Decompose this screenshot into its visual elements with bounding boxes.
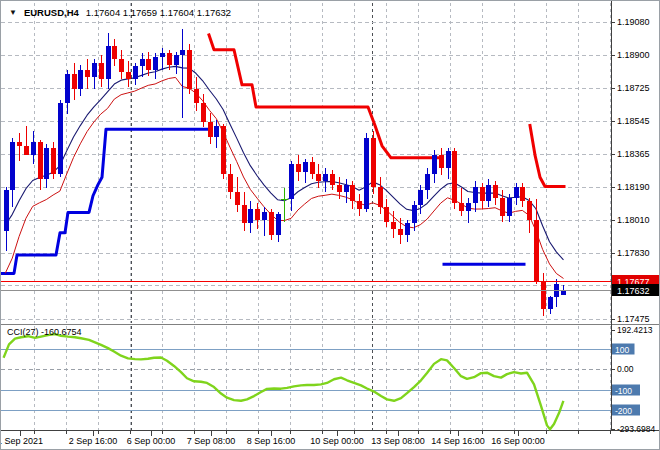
time-axis[interactable] [1,428,660,449]
chart-menu-arrow-icon[interactable]: ▼ [9,8,17,17]
ohlc-values-label: 1.17604 1.17659 1.17604 1.17632 [86,7,231,18]
symbol-period-label: EURUSD,H4 [24,7,79,18]
indicator-label: CCI(27) -160.6754 [7,327,82,337]
chart-title-bar: ▼ EURUSD,H4 1.17604 1.17659 1.17604 1.17… [9,5,231,19]
chart-window: 1.190801.189001.187251.185451.183651.181… [0,0,660,450]
chart-canvas[interactable]: 1.190801.189001.187251.185451.183651.181… [1,1,660,450]
price-axis[interactable] [609,1,659,430]
